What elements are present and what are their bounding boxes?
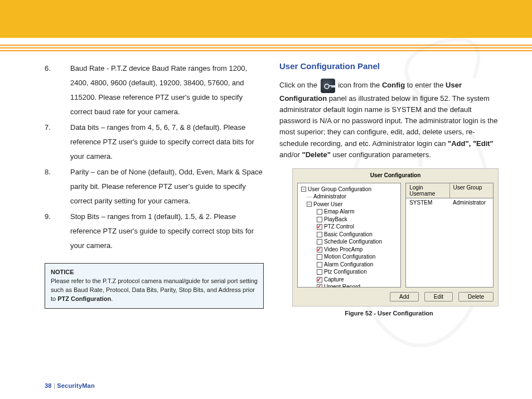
footer-sep: | <box>52 382 57 389</box>
notice-box: NOTICE Please refer to the P.T.Z protoco… <box>45 263 264 309</box>
tree-root: User Group Configuration <box>308 186 371 193</box>
tree-item: Schedule Configuration <box>324 238 382 246</box>
list-item: 9. Stop Bits – ranges from 1 (default), … <box>45 210 264 253</box>
tree-item: Basic Configuration <box>324 231 373 239</box>
checkbox[interactable] <box>317 269 322 275</box>
list-text: Parity – can be of None (default), Odd, … <box>70 165 264 208</box>
cell-group: Administrator <box>449 198 493 207</box>
brand-name: SecurityMan <box>57 382 95 389</box>
collapse-icon[interactable]: − <box>307 202 312 207</box>
tree-panel: −User Group Configuration Administrator … <box>297 183 401 288</box>
checkbox[interactable] <box>317 232 322 237</box>
user-config-screenshot: User Configuration −User Group Configura… <box>292 168 499 306</box>
user-table: Login Username User Group SYSTEM Adminis… <box>405 183 494 288</box>
key-icon <box>321 79 335 93</box>
edit-button[interactable]: Edit <box>424 292 453 301</box>
page-content: 6. Baud Rate - P.T.Z device Baud Rate ra… <box>45 61 499 371</box>
tree-item: Urgent Record <box>324 283 360 288</box>
list-number: 9. <box>45 210 70 253</box>
tree-item: Ptz Configuration <box>324 268 367 276</box>
checkbox[interactable] <box>317 247 322 252</box>
col-header: Login Username <box>406 183 449 198</box>
tree-node[interactable]: Administrator <box>313 193 346 201</box>
list-number: 7. <box>45 120 70 164</box>
list-text: Baud Rate - P.T.Z device Baud Rate range… <box>70 61 264 119</box>
tree-item: Motion Configuration <box>324 253 375 261</box>
list-number: 6. <box>45 61 70 119</box>
delete-button[interactable]: Delete <box>458 292 494 301</box>
cell-username: SYSTEM <box>406 198 449 207</box>
tree-item: Capture <box>324 276 344 284</box>
tree-item: Alarm Configuration <box>324 261 373 269</box>
col-header: User Group <box>450 183 493 198</box>
page-footer: 38 | SecurityMan <box>45 382 95 389</box>
list-item: 8. Parity – can be of None (default), Od… <box>45 165 264 208</box>
collapse-icon[interactable]: − <box>301 187 306 192</box>
header-band <box>0 0 532 38</box>
screenshot-title: User Configuration <box>297 172 494 178</box>
notice-body: Please refer to the P.T.Z protocol camer… <box>51 278 258 302</box>
list-text: Data bits – ranges from 4, 5, 6, 7, & 8 … <box>70 120 264 164</box>
tree-item: PTZ Control <box>324 223 354 231</box>
tree-item: PlayBack <box>324 216 347 223</box>
checkbox[interactable] <box>317 224 322 230</box>
intro-paragraph: Click on the icon from the Config to ent… <box>279 79 499 160</box>
checkbox[interactable] <box>317 277 322 283</box>
right-column: User Configuration Panel Click on the ic… <box>279 61 499 371</box>
add-button[interactable]: Add <box>390 292 419 301</box>
checkbox[interactable] <box>317 254 322 260</box>
tree-item: Video ProcAmp <box>324 246 362 254</box>
checkbox[interactable] <box>317 284 322 288</box>
figure-caption: Figure 52 - User Configuration <box>279 310 499 317</box>
header-rules <box>0 45 532 53</box>
list-item: 6. Baud Rate - P.T.Z device Baud Rate ra… <box>45 61 264 119</box>
tree-item: Emap Alarm <box>324 208 354 216</box>
header-stripe <box>0 38 532 45</box>
notice-title: NOTICE <box>51 268 258 277</box>
list-text: Stop Bits – ranges from 1 (default), 1.5… <box>70 210 264 253</box>
left-column: 6. Baud Rate - P.T.Z device Baud Rate ra… <box>45 61 264 371</box>
list-number: 8. <box>45 165 70 208</box>
checkbox[interactable] <box>317 209 322 215</box>
table-row[interactable]: SYSTEM Administrator <box>406 198 493 207</box>
section-title: User Configuration Panel <box>279 61 499 71</box>
checkbox[interactable] <box>317 262 322 267</box>
checkbox[interactable] <box>317 239 322 245</box>
page-number: 38 <box>45 382 52 389</box>
list-item: 7. Data bits – ranges from 4, 5, 6, 7, &… <box>45 120 264 164</box>
tree-node[interactable]: Power User <box>313 201 342 208</box>
checkbox[interactable] <box>317 217 322 222</box>
